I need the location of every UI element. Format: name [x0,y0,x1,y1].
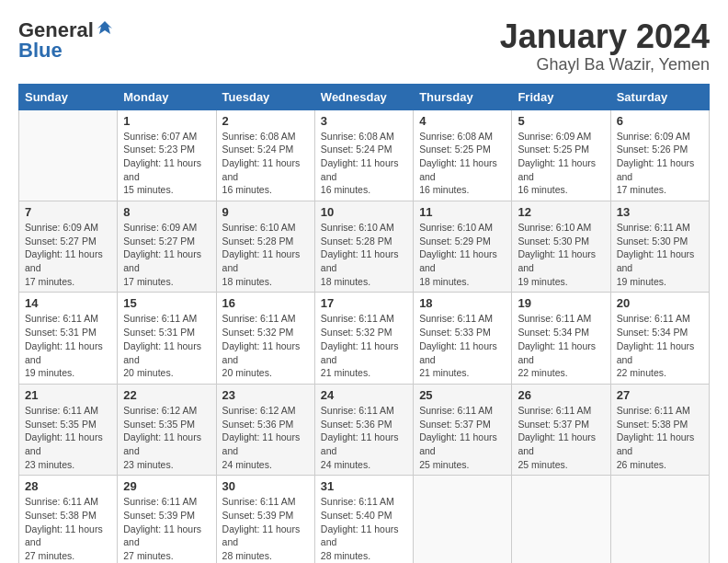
calendar-cell: 12Sunrise: 6:10 AMSunset: 5:30 PMDayligh… [512,201,610,293]
day-info: Sunrise: 6:10 AMSunset: 5:28 PMDaylight:… [321,221,407,288]
daylight-text-cont: 27 minutes. [25,549,111,563]
sunrise-text: Sunrise: 6:10 AM [222,221,309,235]
daylight-text: Daylight: 11 hours and [321,523,407,549]
sunrise-text: Sunrise: 6:11 AM [25,495,111,509]
day-info: Sunrise: 6:11 AMSunset: 5:32 PMDaylight:… [321,312,407,379]
day-info: Sunrise: 6:09 AMSunset: 5:26 PMDaylight:… [617,130,703,197]
daylight-text: Daylight: 11 hours and [617,247,703,274]
daylight-text-cont: 22 minutes. [617,366,703,380]
day-info: Sunrise: 6:11 AMSunset: 5:39 PMDaylight:… [222,495,309,562]
calendar-cell: 14Sunrise: 6:11 AMSunset: 5:31 PMDayligh… [19,293,118,384]
calendar-header-row: SundayMondayTuesdayWednesdayThursdayFrid… [19,84,710,109]
calendar-cell: 7Sunrise: 6:09 AMSunset: 5:27 PMDaylight… [19,201,118,293]
daylight-text-cont: 20 minutes. [222,366,309,380]
calendar-cell [414,476,512,563]
sunrise-text: Sunrise: 6:11 AM [25,312,111,326]
calendar-cell: 25Sunrise: 6:11 AMSunset: 5:37 PMDayligh… [414,384,512,475]
sunrise-text: Sunrise: 6:11 AM [518,312,604,326]
daylight-text: Daylight: 11 hours and [617,431,703,457]
sunrise-text: Sunrise: 6:09 AM [25,221,111,235]
calendar-cell: 20Sunrise: 6:11 AMSunset: 5:34 PMDayligh… [610,293,709,384]
sunrise-text: Sunrise: 6:08 AM [222,130,309,144]
daylight-text-cont: 17 minutes. [617,183,703,197]
sunset-text: Sunset: 5:40 PM [321,509,407,523]
day-info: Sunrise: 6:11 AMSunset: 5:33 PMDaylight:… [419,312,506,379]
col-header-monday: Monday [118,84,216,109]
calendar-cell: 15Sunrise: 6:11 AMSunset: 5:31 PMDayligh… [118,293,216,384]
daylight-text: Daylight: 11 hours and [123,523,210,549]
sunset-text: Sunset: 5:32 PM [222,326,309,339]
daylight-text: Daylight: 11 hours and [222,247,309,274]
daylight-text-cont: 18 minutes. [321,275,407,289]
daylight-text-cont: 19 minutes. [617,275,703,289]
calendar-cell: 21Sunrise: 6:11 AMSunset: 5:35 PMDayligh… [19,384,118,475]
sunset-text: Sunset: 5:25 PM [518,143,604,156]
daylight-text: Daylight: 11 hours and [617,156,703,183]
day-number: 24 [321,388,407,402]
col-header-friday: Friday [512,84,610,109]
daylight-text-cont: 20 minutes. [123,366,210,380]
daylight-text: Daylight: 11 hours and [123,156,210,183]
day-number: 12 [518,205,604,219]
daylight-text-cont: 21 minutes. [419,366,506,380]
calendar-cell: 22Sunrise: 6:12 AMSunset: 5:35 PMDayligh… [118,384,216,475]
day-number: 20 [617,296,703,310]
day-info: Sunrise: 6:09 AMSunset: 5:27 PMDaylight:… [25,221,111,288]
day-info: Sunrise: 6:10 AMSunset: 5:29 PMDaylight:… [419,221,506,288]
day-number: 11 [419,205,506,219]
sunrise-text: Sunrise: 6:10 AM [419,221,506,235]
sunrise-text: Sunrise: 6:08 AM [321,130,407,144]
day-info: Sunrise: 6:10 AMSunset: 5:28 PMDaylight:… [222,221,309,288]
daylight-text-cont: 25 minutes. [419,458,506,472]
daylight-text: Daylight: 11 hours and [321,156,407,183]
sunset-text: Sunset: 5:31 PM [25,326,111,339]
calendar-week-5: 28Sunrise: 6:11 AMSunset: 5:38 PMDayligh… [19,476,710,563]
logo-blue-text: Blue [18,39,63,63]
sunrise-text: Sunrise: 6:09 AM [617,130,703,144]
sunrise-text: Sunrise: 6:11 AM [222,495,309,509]
daylight-text-cont: 18 minutes. [419,275,506,289]
day-info: Sunrise: 6:11 AMSunset: 5:40 PMDaylight:… [321,495,407,562]
sunset-text: Sunset: 5:38 PM [25,509,111,523]
daylight-text-cont: 24 minutes. [321,458,407,472]
day-info: Sunrise: 6:11 AMSunset: 5:31 PMDaylight:… [25,312,111,379]
col-header-saturday: Saturday [610,84,709,109]
sunrise-text: Sunrise: 6:09 AM [518,130,604,144]
sunset-text: Sunset: 5:29 PM [419,235,506,248]
calendar-cell: 28Sunrise: 6:11 AMSunset: 5:38 PMDayligh… [19,476,118,563]
daylight-text: Daylight: 11 hours and [123,431,210,457]
sunrise-text: Sunrise: 6:11 AM [617,221,703,235]
calendar-cell: 8Sunrise: 6:09 AMSunset: 5:27 PMDaylight… [118,201,216,293]
sunrise-text: Sunrise: 6:11 AM [123,495,210,509]
day-info: Sunrise: 6:11 AMSunset: 5:35 PMDaylight:… [25,404,111,471]
daylight-text: Daylight: 11 hours and [123,339,210,366]
sunset-text: Sunset: 5:28 PM [222,235,309,248]
day-number: 8 [123,205,210,219]
daylight-text-cont: 23 minutes. [25,458,111,472]
day-info: Sunrise: 6:11 AMSunset: 5:38 PMDaylight:… [617,404,703,471]
sunrise-text: Sunrise: 6:08 AM [419,130,506,144]
sunset-text: Sunset: 5:26 PM [617,143,703,156]
calendar-cell [610,476,709,563]
day-number: 3 [321,114,407,128]
calendar-cell: 23Sunrise: 6:12 AMSunset: 5:36 PMDayligh… [216,384,314,475]
daylight-text: Daylight: 11 hours and [222,431,309,457]
day-number: 25 [419,388,506,402]
day-info: Sunrise: 6:09 AMSunset: 5:25 PMDaylight:… [518,130,604,197]
daylight-text: Daylight: 11 hours and [617,339,703,366]
calendar-cell: 30Sunrise: 6:11 AMSunset: 5:39 PMDayligh… [216,476,314,563]
day-info: Sunrise: 6:11 AMSunset: 5:36 PMDaylight:… [321,404,407,471]
calendar-cell [19,109,118,201]
daylight-text: Daylight: 11 hours and [419,431,506,457]
calendar-cell: 29Sunrise: 6:11 AMSunset: 5:39 PMDayligh… [118,476,216,563]
day-info: Sunrise: 6:08 AMSunset: 5:24 PMDaylight:… [321,130,407,197]
day-info: Sunrise: 6:07 AMSunset: 5:23 PMDaylight:… [123,130,210,197]
day-number: 29 [123,479,210,493]
calendar-cell: 16Sunrise: 6:11 AMSunset: 5:32 PMDayligh… [216,293,314,384]
calendar-cell: 13Sunrise: 6:11 AMSunset: 5:30 PMDayligh… [610,201,709,293]
daylight-text-cont: 16 minutes. [518,183,604,197]
col-header-sunday: Sunday [19,84,118,109]
day-info: Sunrise: 6:11 AMSunset: 5:37 PMDaylight:… [518,404,604,471]
sunset-text: Sunset: 5:25 PM [419,143,506,156]
sunrise-text: Sunrise: 6:11 AM [321,312,407,326]
